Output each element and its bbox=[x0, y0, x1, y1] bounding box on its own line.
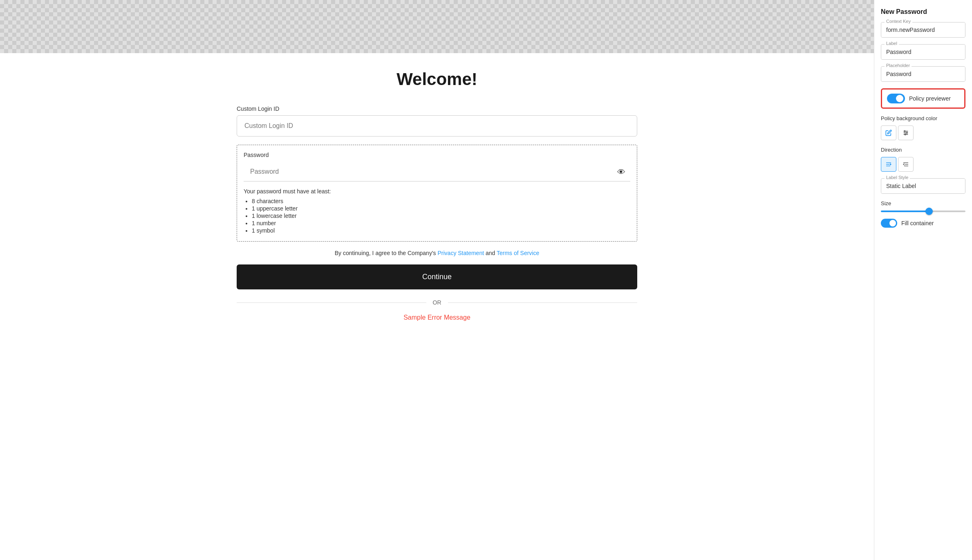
login-id-input[interactable] bbox=[237, 115, 637, 137]
error-message: Sample Error Message bbox=[237, 314, 637, 321]
policy-bg-color-section: Policy background color bbox=[881, 115, 965, 140]
label-legend: Label bbox=[885, 41, 899, 46]
password-input[interactable] bbox=[244, 162, 630, 181]
pencil-btn[interactable] bbox=[881, 125, 896, 140]
context-key-field: Context Key bbox=[881, 22, 965, 38]
list-item: 1 uppercase letter bbox=[252, 205, 630, 212]
password-input-wrapper: 👁 bbox=[244, 162, 630, 181]
svg-point-3 bbox=[904, 131, 905, 132]
policy-list: 8 characters 1 uppercase letter 1 lowerc… bbox=[244, 198, 630, 234]
list-item: 1 number bbox=[252, 220, 630, 226]
checker-background bbox=[0, 0, 874, 53]
placeholder-legend: Placeholder bbox=[885, 63, 912, 68]
size-label: Size bbox=[881, 200, 965, 206]
placeholder-border: Placeholder bbox=[881, 66, 965, 82]
label-field: Label bbox=[881, 44, 965, 60]
policy-previewer-label: Policy previewer bbox=[909, 95, 951, 102]
label-border: Label bbox=[881, 44, 965, 60]
label-style-border: Label Style bbox=[881, 178, 965, 194]
bg-color-btn-group bbox=[881, 125, 965, 140]
svg-point-4 bbox=[906, 132, 907, 134]
policy-bg-color-title: Policy background color bbox=[881, 115, 965, 121]
direction-btn-group bbox=[881, 157, 965, 172]
context-key-legend: Context Key bbox=[885, 19, 912, 24]
list-item: 1 lowercase letter bbox=[252, 213, 630, 219]
list-item: 8 characters bbox=[252, 198, 630, 204]
policy-text: Your password must have at least: bbox=[244, 188, 331, 195]
login-id-field-group: Custom Login ID bbox=[237, 105, 637, 137]
fill-container-toggle[interactable] bbox=[881, 219, 897, 228]
password-policy: Your password must have at least: 8 char… bbox=[244, 188, 630, 234]
placeholder-input[interactable] bbox=[881, 67, 965, 81]
eye-icon[interactable]: 👁 bbox=[617, 167, 625, 177]
policy-previewer-toggle[interactable] bbox=[887, 94, 905, 103]
sliders-btn[interactable] bbox=[898, 125, 914, 140]
label-style-legend: Label Style bbox=[885, 175, 910, 180]
or-divider: OR bbox=[237, 299, 637, 306]
continue-button[interactable]: Continue bbox=[237, 264, 637, 289]
password-box-label: Password bbox=[244, 152, 630, 158]
list-item: 1 symbol bbox=[252, 227, 630, 234]
label-style-input[interactable] bbox=[881, 179, 965, 193]
login-id-label: Custom Login ID bbox=[237, 105, 637, 112]
direction-title: Direction bbox=[881, 147, 965, 153]
panel-title: New Password bbox=[881, 8, 965, 16]
password-section-box: Password 👁 Your password must have at le… bbox=[237, 145, 637, 242]
direction-section: Direction bbox=[881, 147, 965, 172]
terms-link[interactable]: Terms of Service bbox=[497, 250, 539, 256]
agreement-text: By continuing, I agree to the Company's … bbox=[237, 250, 637, 256]
label-style-field: Label Style bbox=[881, 178, 965, 194]
or-text: OR bbox=[433, 299, 441, 306]
svg-point-5 bbox=[905, 134, 906, 135]
size-slider-track[interactable] bbox=[881, 211, 965, 212]
ltr-btn[interactable] bbox=[881, 157, 896, 172]
label-input[interactable] bbox=[881, 45, 965, 59]
privacy-link[interactable]: Privacy Statement bbox=[437, 250, 484, 256]
rtl-btn[interactable] bbox=[898, 157, 914, 172]
policy-previewer-row: Policy previewer bbox=[881, 88, 965, 109]
welcome-title: Welcome! bbox=[237, 69, 637, 89]
right-panel: New Password Context Key Label Placehold… bbox=[874, 0, 972, 560]
context-key-input[interactable] bbox=[881, 22, 965, 37]
fill-container-label: Fill container bbox=[901, 220, 934, 226]
size-slider-section: Size bbox=[881, 200, 965, 212]
context-key-border: Context Key bbox=[881, 22, 965, 38]
placeholder-field: Placeholder bbox=[881, 66, 965, 82]
fill-container-row: Fill container bbox=[881, 219, 965, 228]
size-slider-thumb[interactable] bbox=[925, 208, 933, 215]
